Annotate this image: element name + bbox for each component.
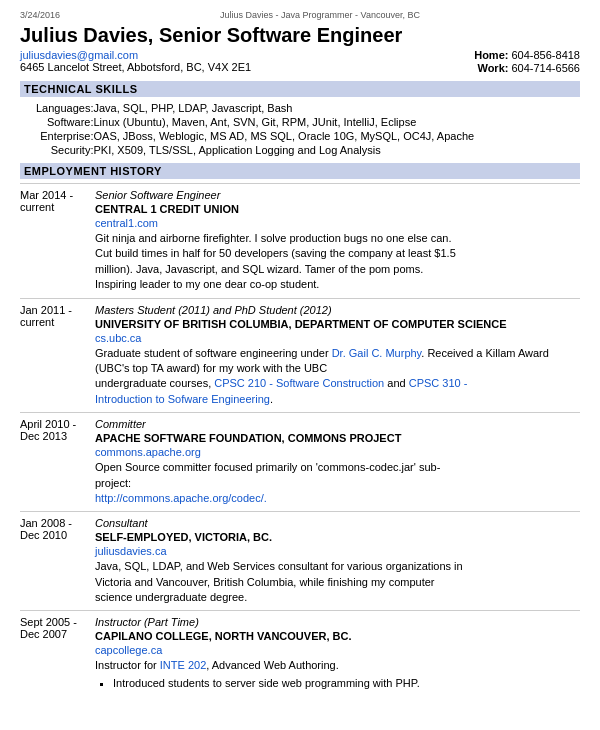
- employment-row: Jan 2008 -Dec 2010 Consultant Self-Emplo…: [20, 512, 580, 611]
- center-text: Julius Davies - Java Programmer - Vancou…: [220, 10, 420, 20]
- cpsc210-link[interactable]: CPSC 210 - Software Construction: [214, 377, 384, 389]
- contact-row: juliusdavies@gmail.com 6465 Lancelot Str…: [20, 49, 580, 75]
- email-link[interactable]: juliusdavies@gmail.com: [20, 49, 251, 61]
- job-details: Instructor (Part Time) Capilano College,…: [95, 611, 580, 694]
- skill-value: Java, SQL, PHP, LDAP, Javascript, Bash: [93, 101, 580, 115]
- job-details: Consultant Self-Employed, Victoria, BC. …: [95, 512, 580, 611]
- company-name: Self-Employed, Victoria, BC.: [95, 531, 576, 543]
- address: 6465 Lancelot Street, Abbotsford, BC, V4…: [20, 61, 251, 73]
- job-details: Senior Software Engineer Central 1 Credi…: [95, 184, 580, 299]
- employment-row: Jan 2011 -current Masters Student (2011)…: [20, 298, 580, 413]
- company-link[interactable]: juliusdavies.ca: [95, 545, 576, 557]
- company-link[interactable]: central1.com: [95, 217, 576, 229]
- bullet-item: Introduced students to server side web p…: [113, 677, 576, 689]
- supervisor-link[interactable]: Dr. Gail C. Murphy: [332, 347, 422, 359]
- job-dates: Jan 2011 -current: [20, 298, 95, 413]
- skill-value: OAS, JBoss, Weblogic, MS AD, MS SQL, Ora…: [93, 129, 580, 143]
- job-desc: Java, SQL, LDAP, and Web Services consul…: [95, 559, 576, 605]
- employment-row: April 2010 -Dec 2013 Committer Apache So…: [20, 413, 580, 512]
- skill-value: PKI, X509, TLS/SSL, Application Logging …: [93, 143, 580, 157]
- job-desc: Graduate student of software engineering…: [95, 346, 576, 408]
- employment-row: Mar 2014 -current Senior Software Engine…: [20, 184, 580, 299]
- employment-section-header: Employment History: [20, 163, 580, 179]
- job-dates: April 2010 -Dec 2013: [20, 413, 95, 512]
- company-link[interactable]: commons.apache.org: [95, 446, 576, 458]
- date: 3/24/2016: [20, 10, 60, 20]
- contact-left: juliusdavies@gmail.com 6465 Lancelot Str…: [20, 49, 251, 73]
- skill-label: Security:: [20, 143, 93, 157]
- course-link[interactable]: INTE 202: [160, 659, 206, 671]
- skill-row: Security: PKI, X509, TLS/SSL, Applicatio…: [20, 143, 580, 157]
- skills-table: Languages: Java, SQL, PHP, LDAP, Javascr…: [20, 101, 580, 157]
- job-title: Consultant: [95, 517, 576, 529]
- skill-row: Languages: Java, SQL, PHP, LDAP, Javascr…: [20, 101, 580, 115]
- job-title: Senior Software Engineer: [95, 189, 576, 201]
- skill-row: Enterprise: OAS, JBoss, Weblogic, MS AD,…: [20, 129, 580, 143]
- skill-row: Software: Linux (Ubuntu), Maven, Ant, SV…: [20, 115, 580, 129]
- employment-table: Mar 2014 -current Senior Software Engine…: [20, 183, 580, 694]
- company-link[interactable]: capcollege.ca: [95, 644, 576, 656]
- skill-label: Languages:: [20, 101, 93, 115]
- company-name: Capilano College, North Vancouver, BC.: [95, 630, 576, 642]
- project-link[interactable]: http://commons.apache.org/codec/.: [95, 492, 267, 504]
- job-title: Committer: [95, 418, 576, 430]
- contact-right: Home: 604-856-8418 Work: 604-714-6566: [474, 49, 580, 75]
- job-desc: Open Source committer focused primarily …: [95, 460, 576, 506]
- job-title: Masters Student (2011) and PhD Student (…: [95, 304, 576, 316]
- skill-label: Software:: [20, 115, 93, 129]
- company-link[interactable]: cs.ubc.ca: [95, 332, 576, 344]
- skills-section-header: Technical Skills: [20, 81, 580, 97]
- skill-label: Enterprise:: [20, 129, 93, 143]
- employment-row: Sept 2005 -Dec 2007 Instructor (Part Tim…: [20, 611, 580, 694]
- job-details: Committer Apache Software Foundation, Co…: [95, 413, 580, 512]
- work-phone: Work: 604-714-6566: [474, 62, 580, 74]
- job-details: Masters Student (2011) and PhD Student (…: [95, 298, 580, 413]
- skill-value: Linux (Ubuntu), Maven, Ant, SVN, Git, RP…: [93, 115, 580, 129]
- job-dates: Jan 2008 -Dec 2010: [20, 512, 95, 611]
- job-desc: Instructor for INTE 202, Advanced Web Au…: [95, 658, 576, 673]
- home-phone: Home: 604-856-8418: [474, 49, 580, 61]
- top-bar: 3/24/2016 Julius Davies - Java Programme…: [20, 10, 580, 20]
- company-name: Central 1 Credit Union: [95, 203, 576, 215]
- company-name: University of British Columbia, Departme…: [95, 318, 576, 330]
- name-title: Julius Davies, Senior Software Engineer: [20, 24, 580, 47]
- job-dates: Mar 2014 -current: [20, 184, 95, 299]
- job-desc: Git ninja and airborne firefighter. I so…: [95, 231, 576, 293]
- job-title: Instructor (Part Time): [95, 616, 576, 628]
- company-name: Apache Software Foundation, Commons Proj…: [95, 432, 576, 444]
- job-dates: Sept 2005 -Dec 2007: [20, 611, 95, 694]
